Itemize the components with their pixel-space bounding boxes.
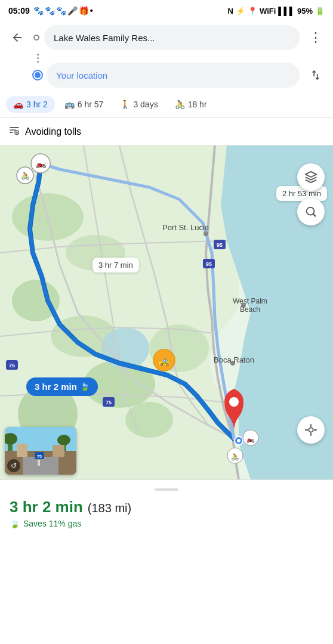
drive-icon: 🚗 (13, 100, 23, 109)
svg-text:🚴: 🚴 (21, 171, 30, 180)
origin-input[interactable]: Your location (47, 63, 300, 88)
svg-rect-44 (17, 444, 27, 457)
connector-dot-3 (37, 61, 39, 63)
time-bubble-main: 3 hr 2 min 🍃 (26, 377, 98, 396)
bluetooth-icon: ⚡ (236, 7, 245, 16)
transit-icon: 🚌 (64, 100, 75, 109)
tab-drive[interactable]: 🚗 3 hr 2 (6, 96, 55, 113)
svg-point-9 (125, 402, 173, 438)
transport-tabs: 🚗 3 hr 2 🚌 6 hr 57 🚶 3 days 🚴 18 hr (0, 91, 333, 118)
svg-text:75: 75 (37, 454, 42, 459)
walk-icon: 🚶 (120, 100, 130, 109)
map-search-button[interactable] (297, 198, 325, 225)
layers-button[interactable] (297, 163, 325, 191)
street-view-thumbnail[interactable]: 75 ↺ (5, 427, 76, 475)
more-icon: ⋮ (309, 30, 322, 45)
svg-rect-39 (23, 457, 58, 475)
route-savings: 🍃 Saves 11% gas (10, 519, 323, 528)
savings-leaf-icon: 🍃 (10, 519, 20, 528)
walk-time: 3 days (133, 100, 158, 109)
connector-dot-1 (37, 54, 39, 55)
svg-text:95: 95 (217, 242, 223, 248)
your-location-text: Your location (56, 70, 107, 80)
drive-time: 3 hr 2 (26, 100, 48, 109)
svg-text:🚕: 🚕 (159, 355, 170, 366)
transit-time: 6 hr 57 (78, 100, 104, 109)
svg-rect-45 (53, 445, 64, 457)
status-bar: 05:09 🐾🐾🐾🎤🎁• N ⚡ 📍 WiFi ▌▌▌ 95% 🔋 (0, 0, 333, 21)
svg-text:75: 75 (106, 400, 112, 405)
destination-input[interactable]: Lake Wales Family Res... (44, 25, 300, 50)
street-view-refresh-icon[interactable]: ↺ (7, 459, 20, 472)
header: Lake Wales Family Res... ⋮ Your location (0, 21, 333, 91)
tab-transit[interactable]: 🚌 6 hr 57 (57, 96, 111, 113)
filter-icon (8, 124, 20, 139)
svg-text:🏍️: 🏍️ (36, 159, 47, 169)
filter-label: Avoiding tolls (25, 126, 81, 137)
map-area[interactable]: 🏍️ 🚴 🚕 95 95 75 75 🏍️ 🚴 Port S (0, 145, 333, 479)
svg-point-15 (229, 397, 239, 407)
status-left: 05:09 🐾🐾🐾🎤🎁• (8, 6, 93, 16)
svg-point-36 (309, 428, 313, 432)
connector-dot-2 (37, 57, 39, 59)
savings-text: Saves 11% gas (23, 519, 81, 528)
route-distance: (183 mi) (88, 501, 131, 515)
blue-dot-icon (33, 71, 42, 79)
route-summary: 3 hr 2 min (183 mi) (10, 498, 323, 516)
svg-point-18 (204, 231, 208, 236)
bike-icon: 🚴 (175, 100, 185, 109)
status-right: N ⚡ 📍 WiFi ▌▌▌ 95% 🔋 (228, 7, 325, 16)
tab-walk[interactable]: 🚶 3 days (113, 96, 165, 113)
wifi-icon: WiFi (260, 7, 276, 16)
signal-icon: ▌▌▌ (278, 7, 295, 16)
time-bubble-alt: 2 hr 53 min (276, 186, 327, 201)
svg-text:🏍️: 🏍️ (246, 435, 255, 443)
svg-point-20 (230, 361, 235, 366)
swap-button[interactable] (304, 64, 327, 86)
svg-rect-46 (38, 460, 40, 466)
origin-dot (33, 35, 39, 41)
svg-text:95: 95 (206, 261, 212, 267)
battery-icon: 🔋 (315, 7, 325, 16)
my-location-button[interactable] (297, 416, 325, 444)
svg-point-43 (57, 435, 70, 445)
destination-row: Lake Wales Family Res... ⋮ (6, 25, 327, 50)
notification-icons: 🐾🐾🐾🎤🎁• (33, 6, 93, 16)
location-icon: 📍 (248, 7, 257, 16)
bottom-panel: 3 hr 2 min (183 mi) 🍃 Saves 11% gas (0, 479, 333, 540)
tab-bike[interactable]: 🚴 18 hr (168, 96, 214, 113)
time-bubble-alt2: 3 hr 7 min (92, 258, 139, 273)
main-time-text: 3 hr 2 min (35, 382, 77, 392)
origin-row: Your location (6, 63, 327, 88)
status-time: 05:09 (8, 6, 30, 16)
origin-spacer (6, 64, 29, 86)
nfc-icon: N (228, 7, 233, 16)
filter-row[interactable]: Avoiding tolls (0, 118, 333, 145)
more-options-button[interactable]: ⋮ (304, 26, 327, 49)
back-button[interactable] (6, 26, 29, 49)
leaf-icon: 🍃 (80, 382, 90, 391)
battery-level: 95% (297, 7, 313, 16)
destination-text: Lake Wales Family Res... (54, 33, 155, 43)
svg-text:🚴: 🚴 (231, 453, 239, 461)
drag-handle (155, 488, 178, 491)
route-time: 3 hr 2 min (10, 498, 83, 516)
svg-point-30 (237, 439, 240, 442)
svg-point-35 (307, 208, 314, 215)
svg-text:75: 75 (9, 363, 15, 369)
svg-point-19 (241, 303, 246, 308)
bike-time: 18 hr (188, 100, 207, 109)
